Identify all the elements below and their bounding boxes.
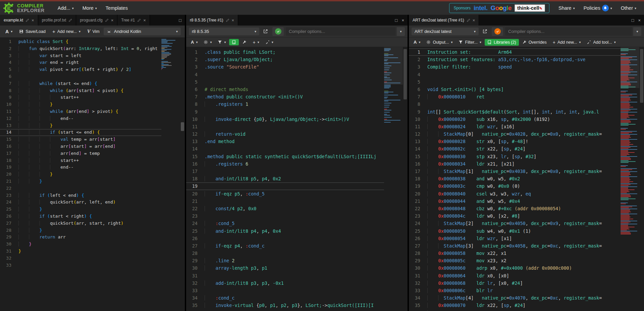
code-line[interactable]: 21	[186, 197, 384, 205]
code-line[interactable]: 31 0x00008064 ldr x0, [x0]	[409, 272, 621, 279]
maximize-pane-icon[interactable]: □	[632, 18, 634, 23]
code-line[interactable]: 36 0x00008074 ldp x23, lr, [sp, #32]	[409, 309, 621, 311]
options-dropdown-button[interactable]: ▾	[633, 27, 641, 36]
code-line[interactable]: 6# direct methods	[186, 86, 384, 93]
output-options-button[interactable]: ▾	[201, 39, 214, 45]
code-line[interactable]: 32 0x00008068 ldr lr, [x0, #24]	[409, 279, 621, 287]
add-new-button[interactable]: +▾	[250, 39, 262, 46]
r8-output-editor[interactable]: 1.class public final LSort;2.super Ljava…	[186, 47, 408, 311]
compile-status[interactable]	[492, 27, 503, 36]
tab-tree-1[interactable]: Tree #1×	[117, 15, 150, 26]
code-line[interactable]: 32 add-int/lit8 p3, p3, -0x1	[186, 279, 384, 287]
google-logo[interactable]: Google	[490, 4, 511, 12]
menu-other[interactable]: Other▾	[616, 1, 641, 15]
code-line[interactable]: 20 0x00008040 csel w3, w3, wzr, eq	[409, 190, 621, 197]
code-line[interactable]: 33 0x0000806c blr lr	[409, 287, 621, 294]
menu-policies[interactable]: Policies ▾	[579, 1, 616, 15]
code-line[interactable]: 18 and-int/lit8 p5, p4, 0x2	[186, 175, 384, 182]
scrollbar-thumb[interactable]	[181, 122, 184, 131]
code-line[interactable]: 15.method public static synthetic quickS…	[186, 153, 384, 160]
rename-icon[interactable]	[467, 18, 470, 22]
code-line[interactable]: 2 fun quickSort(arr: IntArray, left: Int…	[0, 45, 161, 52]
rename-icon[interactable]	[105, 18, 109, 22]
rename-icon[interactable]	[25, 18, 29, 22]
close-pane-icon[interactable]: ×	[638, 18, 641, 23]
code-line[interactable]: 23 0x0000804c ldr w0, [x2, #8]	[409, 212, 621, 220]
code-line[interactable]: 18 0x00008038 and w0, w5, #0x2	[409, 175, 621, 182]
code-line[interactable]: 9	[186, 108, 384, 116]
code-line[interactable]: 3.source "SourceFile"	[186, 63, 384, 71]
code-line[interactable]: 26	[186, 235, 384, 242]
code-line[interactable]: 4	[409, 71, 621, 78]
art-output-editor[interactable]: 1Instruction set: Arm642Instruction set …	[409, 47, 644, 311]
minimap-slider[interactable]	[384, 47, 403, 85]
filter-button[interactable]: Filter... ▾	[456, 39, 484, 46]
code-line[interactable]: 12 StackMap[0] native_pc=0x4028, dex_pc=…	[409, 130, 621, 138]
code-line[interactable]: 4 var end = right	[0, 59, 161, 66]
maximize-pane-icon[interactable]: □	[179, 18, 181, 23]
code-line[interactable]: 4	[186, 71, 384, 78]
maximize-pane-icon[interactable]: □	[395, 18, 398, 23]
compiler-options-input[interactable]	[505, 27, 632, 36]
menu-add[interactable]: Add...▾	[53, 1, 78, 15]
code-line[interactable]: 34 :cond_c	[186, 294, 384, 302]
code-line[interactable]: 35 0x00008070 ldr x22, [sp, #24]	[409, 302, 621, 309]
compiler-explorer-logo[interactable]: COMPILER EXPLORER	[3, 3, 45, 14]
code-line[interactable]: 7 while (start <= end) {	[0, 80, 161, 87]
open-in-new-window-button[interactable]	[261, 28, 270, 35]
minimap[interactable]	[161, 38, 180, 311]
code-line[interactable]: 30 }	[0, 241, 161, 248]
scrollbar-thumb[interactable]	[404, 49, 407, 99]
code-line[interactable]: 6void Sort.<init>() [4 bytes]	[409, 86, 621, 93]
think-cell-logo[interactable]: think-cell✎	[515, 4, 545, 12]
add-new-button[interactable]: +Add new...▾	[50, 28, 83, 35]
tab-example-kt[interactable]: example.kt×	[0, 15, 38, 26]
minimap-slider[interactable]	[621, 47, 639, 88]
code-line[interactable]: 13.end method	[186, 138, 384, 145]
compiler-select[interactable]: r8 8.5.35 ▾	[189, 28, 259, 35]
minimap[interactable]	[621, 47, 639, 311]
code-line[interactable]: 8 .registers 1	[186, 100, 384, 108]
code-line[interactable]: 10 0x00008020 sub x16, sp, #0x2000 (8192…	[409, 116, 621, 123]
code-line[interactable]: 19 end--	[0, 164, 161, 171]
code-line[interactable]: 22 const/4 p2, 0x0	[186, 205, 384, 212]
code-line[interactable]: 24 quickSort(arr, left, end)	[0, 199, 161, 206]
code-line[interactable]: 8	[409, 100, 621, 108]
code-line[interactable]: 3Compiler filter: speed	[409, 63, 621, 71]
compile-status[interactable]	[272, 27, 284, 36]
close-tab-icon[interactable]: ×	[32, 18, 34, 23]
close-tab-icon[interactable]: ×	[111, 18, 114, 23]
font-size-button[interactable]: A▾	[411, 39, 423, 46]
code-line[interactable]: 3 var start = left	[0, 52, 161, 59]
art-output-code[interactable]: 1Instruction set: Arm642Instruction set …	[409, 47, 621, 311]
tab-profile-prof-txt[interactable]: profile.prof.txt	[38, 15, 76, 26]
code-line[interactable]: 19	[186, 182, 384, 190]
code-line[interactable]: 29 0x0000805c mov x23, x2	[409, 257, 621, 264]
code-line[interactable]: 28 }	[0, 227, 161, 234]
code-line[interactable]: 7.method public constructor <init>()V	[186, 93, 384, 100]
code-line[interactable]: 19 0x0000803c cmp w0, #0x0 (0)	[409, 182, 621, 190]
code-line[interactable]: 16 .registers 6	[186, 160, 384, 168]
close-tab-icon[interactable]: ×	[143, 18, 146, 23]
close-tab-icon[interactable]: ×	[232, 18, 234, 23]
code-line[interactable]: 20 }	[0, 171, 161, 178]
code-line[interactable]: 30 0x00008060 adrp x0, #+0x4000 (addr 0x…	[409, 264, 621, 272]
code-line[interactable]: 10 }	[0, 101, 161, 108]
code-line[interactable]: 22	[0, 185, 161, 192]
code-line[interactable]: 24 StackMap[2] native_pc=0x4050, dex_pc=…	[409, 220, 621, 227]
code-line[interactable]: 33	[186, 287, 384, 294]
overrides-button[interactable]	[239, 39, 249, 45]
code-line[interactable]: 17 StackMap[1] native_pc=0x4038, dex_pc=…	[409, 168, 621, 175]
menu-templates[interactable]: Templates	[101, 1, 132, 15]
font-size-button[interactable]: A▾	[3, 28, 15, 35]
code-line[interactable]: 2.super Ljava/lang/Object;	[186, 56, 384, 63]
rename-icon[interactable]	[137, 18, 141, 22]
code-line[interactable]: 11 while (arr[end] > pivot) {	[0, 108, 161, 115]
code-line[interactable]: 5	[409, 78, 621, 86]
open-in-new-window-button[interactable]	[480, 28, 490, 35]
code-line[interactable]: 26 0x00008054 ldr wzr, [x1]	[409, 235, 621, 242]
r8-output-code[interactable]: 1.class public final LSort;2.super Ljava…	[186, 47, 384, 311]
code-line[interactable]: 2Instruction set features: a53,crc,-lse,…	[409, 56, 621, 63]
language-select[interactable]: Android Kotlin ▾	[104, 28, 181, 35]
rename-icon[interactable]	[68, 18, 72, 22]
